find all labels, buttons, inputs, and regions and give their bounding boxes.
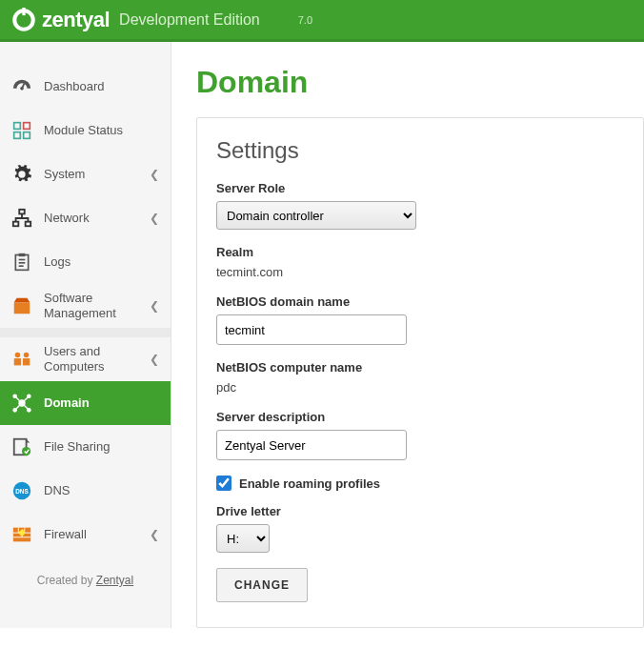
server-desc-input[interactable] [216, 430, 407, 460]
sidebar-item-logs[interactable]: Logs [0, 240, 171, 284]
sidebar-item-module-status[interactable]: Module Status [0, 109, 171, 152]
svg-rect-7 [24, 132, 30, 139]
gear-icon [11, 164, 32, 185]
version-label: 7.0 [298, 14, 312, 26]
drive-letter-label: Drive letter [216, 504, 624, 518]
field-realm: Realm tecmint.com [216, 245, 624, 279]
drive-letter-select[interactable]: H: [216, 524, 270, 553]
page-title: Domain [196, 42, 644, 117]
svg-rect-4 [14, 123, 21, 130]
chevron-left-icon: ❮ [150, 168, 159, 181]
field-netbios-computer: NetBIOS computer name pdc [216, 360, 624, 395]
svg-line-29 [15, 403, 22, 410]
sidebar: Dashboard Module Status System ❮ Network… [0, 42, 171, 628]
sidebar-footer: Created by Zentyal [0, 557, 171, 604]
edition-label: Development Edition [119, 11, 260, 29]
sidebar-item-label: Dashboard [44, 79, 159, 94]
svg-rect-9 [13, 222, 19, 227]
app-header: zentyal Development Edition 7.0 [0, 0, 644, 42]
svg-point-19 [24, 353, 30, 358]
sidebar-item-system[interactable]: System ❮ [0, 152, 171, 196]
netbios-domain-input[interactable] [216, 314, 407, 345]
sidebar-item-label: Module Status [44, 123, 159, 138]
sidebar-item-label: Logs [44, 254, 159, 270]
sidebar-item-label: File Sharing [44, 439, 159, 455]
netbios-domain-label: NetBIOS domain name [216, 294, 624, 309]
roaming-label: Enable roaming profiles [239, 476, 380, 491]
sidebar-item-network[interactable]: Network ❮ [0, 196, 171, 240]
footer-link[interactable]: Zentyal [96, 574, 133, 587]
sidebar-item-label: Software Management [44, 291, 150, 320]
server-role-select[interactable]: Domain controller [216, 201, 416, 230]
svg-point-18 [15, 353, 21, 358]
sidebar-item-label: DNS [44, 483, 159, 498]
sidebar-item-label: Network [44, 211, 150, 226]
svg-line-28 [22, 396, 29, 403]
sidebar-item-dashboard[interactable]: Dashboard [0, 65, 171, 109]
svg-rect-8 [19, 210, 25, 214]
chevron-left-icon: ❮ [150, 212, 159, 225]
change-button[interactable]: CHANGE [216, 568, 308, 602]
server-desc-label: Server description [216, 410, 624, 424]
server-role-label: Server Role [216, 181, 624, 195]
field-server-description: Server description [216, 410, 624, 460]
clipboard-icon [11, 252, 32, 273]
sidebar-divider [0, 328, 171, 337]
chevron-left-icon: ❮ [150, 299, 159, 313]
brand-name: zentyal [42, 8, 110, 32]
svg-point-32 [22, 447, 30, 456]
sidebar-item-firewall[interactable]: Firewall ❮ [0, 513, 171, 557]
svg-rect-5 [24, 123, 30, 130]
settings-panel: Settings Server Role Domain controller R… [196, 117, 644, 628]
svg-marker-17 [14, 298, 30, 303]
chevron-left-icon: ❮ [150, 528, 159, 541]
svg-rect-1 [22, 8, 25, 15]
svg-rect-10 [26, 222, 30, 227]
panel-title: Settings [216, 137, 624, 164]
network-icon [11, 208, 32, 229]
field-roaming-profiles: Enable roaming profiles [216, 476, 624, 491]
svg-text:DNS: DNS [15, 488, 29, 495]
zentyal-logo-icon [11, 8, 36, 32]
svg-line-30 [22, 403, 29, 410]
sidebar-item-software[interactable]: Software Management ❮ [0, 284, 171, 328]
sidebar-item-label: Domain [44, 395, 159, 411]
sidebar-item-label: Firewall [44, 527, 150, 542]
svg-rect-16 [14, 302, 30, 314]
users-icon [11, 349, 32, 370]
sidebar-item-users[interactable]: Users and Computers ❮ [0, 337, 171, 381]
netbios-computer-label: NetBIOS computer name [216, 360, 624, 375]
svg-rect-6 [14, 132, 21, 139]
sidebar-item-label: System [44, 167, 150, 182]
package-icon [11, 295, 32, 316]
modules-icon [11, 120, 32, 141]
gauge-icon [11, 76, 32, 97]
content-area: Domain Settings Server Role Domain contr… [171, 42, 644, 628]
sidebar-item-filesharing[interactable]: File Sharing [0, 425, 171, 469]
svg-rect-12 [19, 253, 26, 256]
svg-rect-3 [21, 83, 25, 89]
footer-prefix: Created by [37, 574, 96, 587]
sidebar-item-domain[interactable]: Domain [0, 381, 171, 425]
roaming-checkbox[interactable] [216, 476, 231, 491]
sidebar-item-label: Users and Computers [44, 344, 150, 374]
realm-value: tecmint.com [216, 265, 624, 279]
firewall-icon [11, 524, 32, 545]
field-server-role: Server Role Domain controller [216, 181, 624, 230]
field-netbios-domain: NetBIOS domain name [216, 294, 624, 345]
svg-line-27 [15, 396, 22, 403]
fileshare-icon [11, 436, 32, 457]
sidebar-item-dns[interactable]: DNS DNS [0, 469, 171, 513]
chevron-left-icon: ❮ [150, 353, 159, 366]
domain-icon [11, 393, 32, 414]
field-drive-letter: Drive letter H: [216, 504, 624, 553]
netbios-computer-value: pdc [216, 380, 624, 395]
realm-label: Realm [216, 245, 624, 259]
svg-rect-20 [14, 358, 21, 365]
dns-icon: DNS [11, 480, 32, 501]
svg-rect-21 [23, 358, 30, 365]
